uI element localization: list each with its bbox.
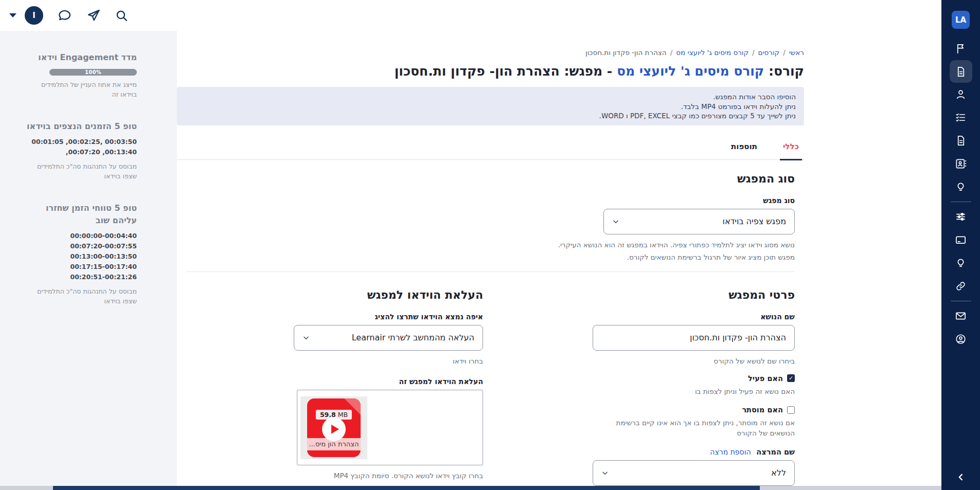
chevron-down-icon: [612, 218, 619, 225]
hidden-checkbox-label: האם מוסתר: [742, 406, 783, 414]
info-box: הוסיפו הסבר אודות המפגש.ניתן להעלות וידא…: [177, 87, 804, 125]
person-icon[interactable]: [949, 83, 972, 106]
chevron-down-icon: [601, 469, 609, 477]
engagement-desc: מייצג את אחוז העניין של התלמידים בוידאו …: [27, 80, 137, 100]
checklist-icon[interactable]: [949, 106, 972, 129]
breadcrumb-item[interactable]: ראשי: [789, 48, 804, 57]
section-session-type-heading: סוג המפגש: [186, 172, 795, 186]
tab-addons[interactable]: תוספות: [728, 139, 760, 159]
play-button[interactable]: [322, 418, 346, 441]
video-location-select[interactable]: העלאה מהמחשב לשרתי Learnair: [294, 325, 483, 351]
time-range: 00:00:00-00:04:40: [27, 231, 137, 241]
active-help: האם נושא זה פעיל וניתן לצפות בו: [593, 386, 795, 396]
time-range: 00:20:51-00:21:26: [27, 272, 137, 282]
info-line: ניתן להעלות וידאו בפורמט MP4 בלבד.: [185, 102, 796, 111]
contact-card-icon[interactable]: [949, 152, 972, 175]
page-title-prefix: קורס:: [764, 64, 804, 79]
video-location-value: העלאה מהמחשב לשרתי Learnair: [315, 333, 474, 342]
top-watched-desc: מבוסס על התנהגות סה"כ התלמידים שצפו בויד…: [27, 161, 137, 182]
person-circle-icon[interactable]: [949, 328, 972, 351]
chat-icon[interactable]: [58, 8, 72, 23]
sliders-icon[interactable]: [949, 205, 972, 228]
topic-name-value: הצהרת הון- פקדון ות.חסכון: [601, 333, 786, 342]
top-ranges-block: טופ 5 טווחי הזמן שחזרו עליהם שוב 00:00:0…: [27, 202, 137, 306]
envelope-icon[interactable]: [949, 304, 972, 328]
time-range: 00:17:15-00:17:40: [27, 262, 137, 272]
session-type-value: מפגש צפיה בוידאו: [625, 216, 786, 226]
time-range: 00:13:00-00:13:50: [27, 251, 137, 262]
lightbulb-icon[interactable]: [949, 251, 972, 275]
horizontal-scrollbar-thumb[interactable]: [53, 486, 760, 490]
video-upload-label: העלאת הוידאו למפגש זה: [294, 377, 483, 386]
collapse-sidebar-button[interactable]: [941, 471, 980, 483]
session-details-column: פרטי המפגש שם הנושא הצהרת הון- פקדון ות.…: [593, 276, 795, 490]
link-icon[interactable]: [949, 275, 972, 298]
send-icon[interactable]: [86, 8, 101, 23]
breadcrumb-separator: /: [670, 48, 673, 57]
video-thumb-background: 59.8 MB הצהרת הון מיס...: [300, 396, 367, 459]
chevron-down-icon: [302, 334, 310, 341]
dropdown-caret-icon[interactable]: [9, 13, 16, 17]
horizontal-scrollbar: [0, 486, 941, 490]
hidden-help: אם נושא זה מוסתר, ניתן לצפות בו אך הוא א…: [593, 418, 795, 439]
credit-card-icon[interactable]: [949, 228, 972, 251]
page-title-course-link[interactable]: קורס מיסים ג' ליועצי מס: [617, 64, 764, 79]
topic-name-help: ביחרו שם לנושא של הקורס: [593, 356, 795, 366]
breadcrumb-item[interactable]: קורסים: [758, 48, 780, 57]
engagement-title: מדד Engagement וידאו: [27, 51, 137, 64]
top-watched-title: טופ 5 הזמנים הנצפים בוידאו: [27, 120, 137, 133]
topic-name-input[interactable]: הצהרת הון- פקדון ות.חסכון: [593, 325, 795, 351]
breadcrumb: ראשי/קורסים/קורס מיסים ג' ליועצי מס/הצהר…: [177, 48, 804, 57]
file-icon[interactable]: [949, 129, 972, 152]
document-icon[interactable]: [950, 60, 972, 83]
rail-divider: [951, 301, 971, 301]
top-watched-block: טופ 5 הזמנים הנצפים בוידאו 00:01:05 ,00:…: [27, 120, 137, 182]
breadcrumb-item: הצהרת הון- פקדון ות.חסכון: [585, 48, 667, 57]
tab-bar: כלליתוספות: [177, 139, 804, 160]
right-sidebar: LA: [941, 0, 980, 490]
top-ranges-times: 00:00:00-00:04:4000:07:20-00:07:5500:13:…: [27, 231, 137, 282]
lightbulb-icon[interactable]: [949, 175, 972, 198]
hidden-checkbox[interactable]: [787, 406, 795, 414]
active-checkbox-label: האם פעיל: [748, 374, 783, 383]
details-heading: פרטי המפגש: [593, 288, 795, 302]
page-title-suffix: - מפגש: הצהרת הון- פקדון ות.חסכון: [395, 64, 617, 79]
app-logo[interactable]: LA: [952, 11, 970, 29]
page: I LA מדד Engagement וידאו 100% מייצג את …: [0, 0, 980, 490]
video-location-help: בחרו וידאו: [294, 356, 483, 366]
time-range: 00:07:20-00:07:55: [27, 241, 137, 251]
video-location-label: איפה נמצא הוידאו שתרצו להציג: [294, 313, 483, 321]
active-checkbox[interactable]: ✓: [787, 374, 795, 382]
add-lecturer-link[interactable]: הוספת מרצה: [710, 448, 751, 456]
video-file-name: הצהרת הון מיס...: [307, 438, 361, 450]
video-file-box[interactable]: 59.8 MB הצהרת הון מיס...: [297, 390, 483, 465]
video-file-icon: 59.8 MB הצהרת הון מיס...: [307, 398, 361, 457]
video-upload-column: העלאת הוידאו למפגש איפה נמצא הוידאו שתרצ…: [294, 276, 483, 490]
breadcrumb-item[interactable]: קורס מיסים ג' ליועצי מס: [676, 48, 749, 57]
avatar[interactable]: I: [25, 6, 43, 25]
lecturer-value: ללא: [614, 468, 786, 478]
search-icon[interactable]: [115, 9, 128, 22]
rail-divider: [951, 202, 971, 202]
video-file-help: בחרו קובץ וידאו לנושא הקורס. סיומת הקובץ…: [294, 470, 483, 481]
video-upload-heading: העלאת הוידאו למפגש: [294, 288, 483, 302]
top-watched-times: 00:01:05 ,00:02:25, 00:03:50,00:07:20 ,0…: [27, 137, 137, 157]
top-ranges-desc: מבוסס על התנהגות סה"כ התלמידים שצפו בויד…: [27, 286, 137, 306]
lecturer-label: שם המרצה: [756, 448, 795, 456]
breadcrumb-separator: /: [783, 48, 786, 57]
breadcrumb-separator: /: [752, 48, 755, 57]
lecturer-select[interactable]: ללא: [593, 460, 795, 486]
top-ranges-title: טופ 5 טווחי הזמן שחזרו עליהם שוב: [27, 202, 137, 227]
session-type-help1: נושא מסוג וידאו יציג לתלמיד כפתורי צפיה.…: [186, 240, 795, 250]
engagement-block: מדד Engagement וידאו 100% מייצג את אחוז …: [27, 51, 137, 100]
engagement-progress-bar: 100%: [49, 69, 137, 76]
video-analytics-panel: מדד Engagement וידאו 100% מייצג את אחוז …: [0, 31, 177, 490]
session-type-label: סוג מפגש: [186, 196, 795, 205]
page-title: קורס: קורס מיסים ג' ליועצי מס - מפגש: הצ…: [177, 63, 804, 79]
flag-icon[interactable]: [949, 37, 972, 60]
topic-name-label: שם הנושא: [593, 313, 795, 321]
divider: [186, 271, 795, 272]
tab-general[interactable]: כללי: [780, 139, 802, 160]
engagement-percent: 100%: [49, 69, 137, 76]
session-type-select[interactable]: מפגש צפיה בוידאו: [603, 209, 795, 234]
